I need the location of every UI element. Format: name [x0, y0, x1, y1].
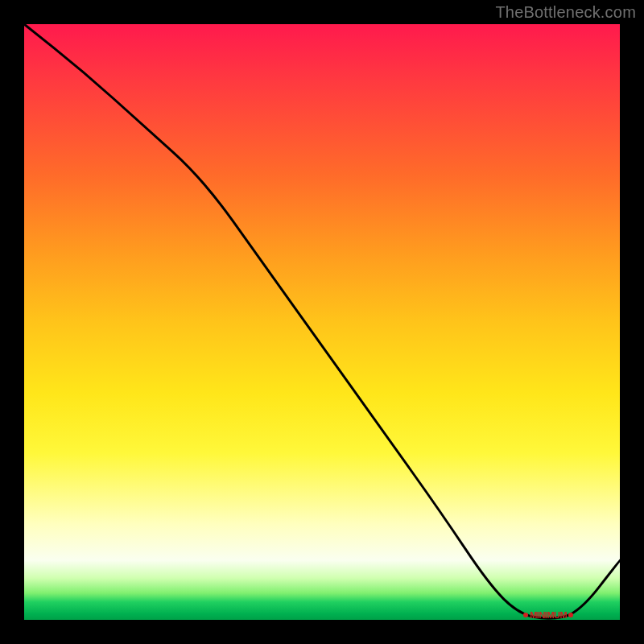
chart-stage: TheBottleneck.com MINIMUM: [0, 0, 644, 644]
plot-area: MINIMUM: [24, 24, 620, 620]
bottleneck-curve: [24, 24, 620, 620]
attribution-text: TheBottleneck.com: [495, 3, 636, 22]
minimum-annotation: MINIMUM: [530, 610, 567, 620]
